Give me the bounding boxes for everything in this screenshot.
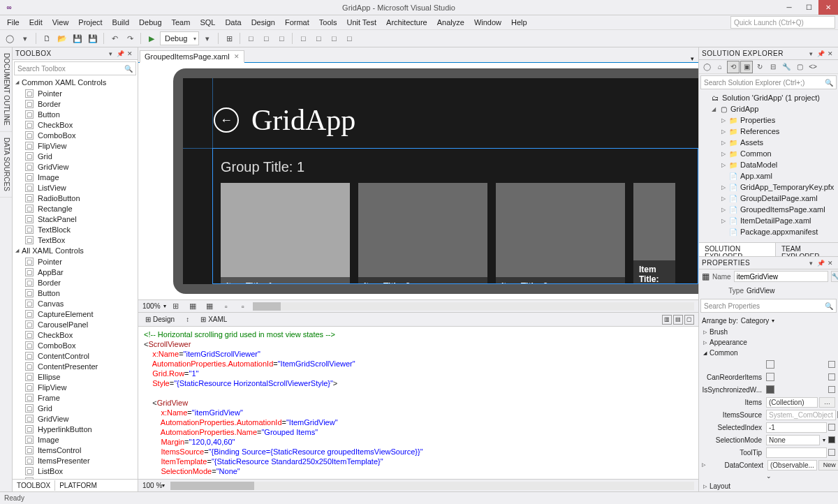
toolbox-item[interactable]: ▢AppBar <box>13 267 138 277</box>
se-refresh-button[interactable]: ↻ <box>754 61 766 73</box>
grid-icon-1[interactable]: ▦ <box>186 299 200 313</box>
grid-icon-2[interactable]: ▦ <box>203 299 216 313</box>
tree-item[interactable]: ▷📁Properties <box>699 114 838 126</box>
menu-edit[interactable]: Edit <box>25 17 47 28</box>
undo-button[interactable]: ↶ <box>108 31 122 45</box>
prop-group-layout[interactable]: Layout <box>699 481 838 491</box>
save-button[interactable]: 💾 <box>71 31 84 45</box>
arrange-value[interactable]: Category <box>741 317 770 325</box>
datacontext-new-button[interactable]: New <box>818 460 838 470</box>
prop-dropdown-icon[interactable]: ▾ <box>806 260 816 267</box>
tree-item[interactable]: ▷📄ItemDetailPage.xaml <box>699 215 838 226</box>
name-input[interactable] <box>734 271 828 282</box>
align-button[interactable]: ⊞ <box>222 31 236 45</box>
fit-icon[interactable]: ⊞ <box>169 299 183 313</box>
prop-pin-icon[interactable]: 📌 <box>816 260 825 267</box>
se-code-button[interactable]: <> <box>807 61 819 73</box>
menu-unittest[interactable]: Unit Test <box>342 17 381 28</box>
tree-item[interactable]: ▷📄GroupedItemsPage.xaml <box>699 204 838 215</box>
tree-item[interactable]: 🗂Solution 'GridApp' (1 project) <box>699 92 838 103</box>
toolbox-group[interactable]: Common XAML Controls <box>13 77 138 88</box>
split-v-icon[interactable]: ▥ <box>662 315 672 325</box>
tool-5[interactable]: □ <box>311 31 325 45</box>
expand-more-icon[interactable]: ⌄ <box>699 471 838 481</box>
design-surface[interactable]: ← GridApp Group Title: 1 Item Title: 1It… <box>138 63 698 300</box>
toolbox-item[interactable]: ▢Grid <box>13 151 138 161</box>
prop-marker[interactable] <box>828 361 835 368</box>
tool-6[interactable]: □ <box>327 31 341 45</box>
menu-window[interactable]: Window <box>470 17 506 28</box>
prop-group-appearance[interactable]: Appearance <box>699 337 838 348</box>
toolbox-item[interactable]: ▢HyperlinkButton <box>13 424 138 434</box>
toolbox-item[interactable]: ▢Image <box>13 172 138 182</box>
menu-build[interactable]: Build <box>108 17 133 28</box>
start-button[interactable]: ▶ <box>145 31 159 45</box>
expand-icon[interactable]: ▢ <box>684 315 694 325</box>
toolbox-close-icon[interactable]: ✕ <box>125 50 135 57</box>
tree-item[interactable]: ▷📁Common <box>699 148 838 159</box>
toolbox-item[interactable]: ▢CarouselPanel <box>13 319 138 329</box>
se-pin-icon[interactable]: 📌 <box>816 50 825 57</box>
tree-item[interactable]: 📄Package.appxmanifest <box>699 226 838 237</box>
menu-view[interactable]: View <box>48 17 73 28</box>
toolbox-item[interactable]: ▢GridView <box>13 161 138 172</box>
toolbox-item[interactable]: ▢ListView <box>13 182 138 193</box>
toolbox-item[interactable]: ▢FlipView <box>13 140 138 151</box>
swap-panes-button[interactable]: ↕ <box>183 314 192 325</box>
toolbox-footer-tab-platform[interactable]: PLATFORM <box>55 480 101 491</box>
toolbox-item[interactable]: ▢Pointer <box>13 88 138 98</box>
xaml-zoom[interactable]: 100 % <box>142 482 162 489</box>
maximize-button[interactable]: ☐ <box>799 0 818 15</box>
doc-tab-grouped-items[interactable]: GroupedItemsPage.xaml ✕ <box>140 50 244 63</box>
se-sync-button[interactable]: ⟲ <box>727 61 740 73</box>
toolbox-item[interactable]: ▢Border <box>13 277 138 288</box>
itemssource-value[interactable]: System._ComObject <box>766 410 836 420</box>
tab-solution-explorer[interactable]: SOLUTION EXPLORER <box>699 243 776 256</box>
menu-file[interactable]: File <box>3 17 24 28</box>
toolbox-item[interactable]: ▢GridView <box>13 413 138 424</box>
snap-icon[interactable]: ▫ <box>219 299 233 313</box>
toolbox-item[interactable]: ▢Image <box>13 434 138 445</box>
toolbox-item[interactable]: ▢ItemsPresenter <box>13 455 138 466</box>
toolbox-item[interactable]: ▢StackPanel <box>13 214 138 224</box>
toolbox-footer-tab-toolbox[interactable]: TOOLBOX <box>13 480 55 491</box>
menu-project[interactable]: Project <box>74 17 106 28</box>
zoom-level[interactable]: 100% <box>142 302 161 310</box>
properties-search-input[interactable]: Search Properties🔍 <box>700 299 837 313</box>
menu-tools[interactable]: Tools <box>315 17 341 28</box>
toolbox-item[interactable]: ▢ComboBox <box>13 130 138 140</box>
se-preview-button[interactable]: ▢ <box>793 61 806 73</box>
tool-3[interactable]: □ <box>274 31 288 45</box>
nav-fwd-button[interactable]: ▾ <box>18 31 32 45</box>
tab-team-explorer[interactable]: TEAM EXPLORER <box>776 243 838 256</box>
tool-4[interactable]: □ <box>296 31 310 45</box>
canreorder-checkbox[interactable] <box>766 373 774 381</box>
tool-1[interactable]: □ <box>244 31 258 45</box>
toolbox-pin-icon[interactable]: 📌 <box>115 50 125 57</box>
toolbox-item[interactable]: ▢Pointer <box>13 256 138 267</box>
sidetab-document-outline[interactable]: DOCUMENT OUTLINE <box>0 47 12 132</box>
design-h-scrollbar[interactable] <box>253 302 694 311</box>
quick-launch-input[interactable]: Quick Launch (Ctrl+Q) <box>730 16 835 29</box>
selectionmode-value[interactable]: None <box>766 435 820 445</box>
menu-sql[interactable]: SQL <box>196 17 219 28</box>
xaml-editor[interactable]: <!-- Horizontal scrolling grid used in m… <box>138 327 698 491</box>
tool-2[interactable]: □ <box>259 31 273 45</box>
toolbox-group[interactable]: All XAML Controls <box>13 245 138 256</box>
issync-checkbox[interactable] <box>766 385 774 394</box>
menu-analyze[interactable]: Analyze <box>433 17 469 28</box>
toolbox-item[interactable]: ▢Ellipse <box>13 371 138 382</box>
solution-search-input[interactable]: Search Solution Explorer (Ctrl+;) 🔍 <box>700 75 837 89</box>
candragitems-checkbox[interactable] <box>766 360 774 369</box>
menu-team[interactable]: Team <box>168 17 195 28</box>
se-showall-button[interactable]: ▣ <box>740 61 753 73</box>
split-h-icon[interactable]: ▤ <box>673 315 683 325</box>
solution-tree[interactable]: 🗂Solution 'GridApp' (1 project)◢▢GridApp… <box>699 91 838 242</box>
toolbox-item[interactable]: ▢CheckBox <box>13 329 138 340</box>
toolbox-item[interactable]: ▢TextBlock <box>13 224 138 235</box>
se-home-button[interactable]: ⌂ <box>714 61 726 73</box>
tool-7[interactable]: □ <box>342 31 356 45</box>
prop-close-icon[interactable]: ✕ <box>825 260 835 267</box>
xaml-h-scrollbar[interactable] <box>170 482 694 490</box>
tree-item[interactable]: 📄App.xaml <box>699 170 838 181</box>
